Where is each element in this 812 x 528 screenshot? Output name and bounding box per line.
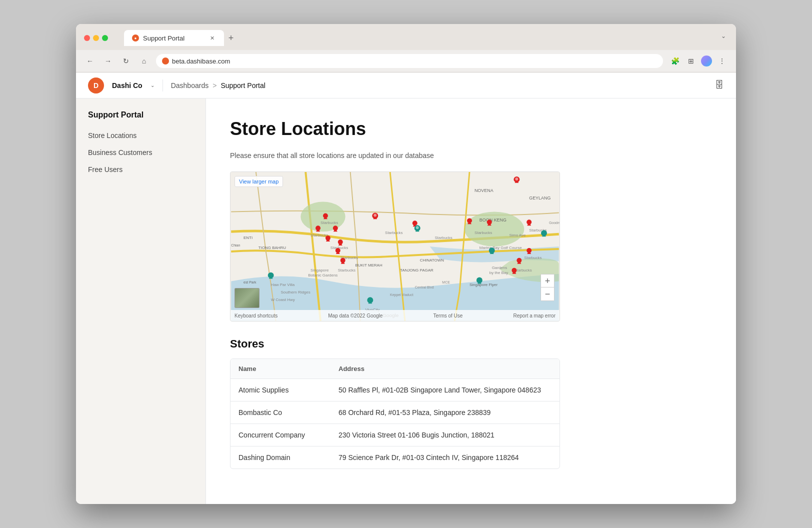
grid-button[interactable]: ⊞	[685, 55, 697, 67]
map-zoom-in-button[interactable]: +	[541, 274, 554, 288]
svg-point-2	[300, 202, 345, 232]
address-bar: ← → ↻ ⌂ beta.dashibase.com 🧩 ⊞ ⋮	[76, 50, 736, 72]
forward-button[interactable]: →	[102, 55, 114, 67]
breadcrumb-separator: >	[212, 82, 216, 90]
svg-point-59	[416, 226, 419, 229]
svg-text:TIONG BAHRU: TIONG BAHRU	[258, 246, 286, 250]
svg-text:Starbucks: Starbucks	[320, 220, 338, 225]
svg-point-1	[464, 212, 524, 246]
map-container: NOVENA GEYLANG BOON KENG Starbucks Starb…	[230, 172, 560, 322]
svg-text:Keppel Viaduct: Keppel Viaduct	[390, 293, 414, 297]
breadcrumb-current: Support Portal	[220, 82, 266, 90]
sidebar: Support Portal Store Locations Business …	[76, 98, 206, 504]
svg-text:TANJONG PAGAR: TANJONG PAGAR	[400, 268, 434, 272]
url-bar[interactable]: beta.dashibase.com	[156, 54, 663, 68]
map-thumbnail	[234, 288, 260, 308]
tab-favicon: ●	[132, 34, 139, 42]
tab-close-button[interactable]: ✕	[208, 34, 216, 42]
sidebar-title: Support Portal	[84, 110, 198, 120]
map-keyboard-shortcuts[interactable]: Keyboard shortcuts	[234, 313, 278, 318]
svg-text:Botanic Gardens: Botanic Gardens	[308, 273, 338, 278]
map-report-error[interactable]: Report a map error	[513, 313, 555, 318]
map-view[interactable]: NOVENA GEYLANG BOON KENG Starbucks Starb…	[230, 172, 560, 321]
svg-text:Starbucks: Starbucks	[310, 233, 328, 238]
store-name: Dashing Domain	[230, 446, 330, 468]
svg-text:ENTI: ENTI	[244, 236, 252, 240]
svg-text:Gardens: Gardens	[492, 266, 507, 270]
sidebar-item-label: Business Customers	[88, 148, 152, 156]
svg-text:Singapore: Singapore	[310, 268, 329, 272]
window-close-button[interactable]	[84, 35, 90, 41]
top-bar-right: 🗄	[715, 80, 724, 90]
title-bar: ● Support Portal ✕ + ⌄	[76, 24, 736, 50]
svg-text:MCE: MCE	[442, 281, 450, 284]
map-data-credit: Map data ©2022 Google	[328, 313, 382, 318]
svg-text:Southern Ridges: Southern Ridges	[281, 290, 310, 294]
breadcrumb-dashboards[interactable]: Dashboards	[171, 82, 209, 90]
svg-text:Singapore Flyer: Singapore Flyer	[470, 282, 498, 287]
company-dropdown-icon[interactable]: ⌄	[150, 82, 154, 88]
svg-text:by the Bay: by the Bay	[490, 270, 508, 275]
map-view-larger-link[interactable]: View larger map	[234, 176, 283, 187]
map-zoom-out-button[interactable]: −	[541, 288, 554, 300]
store-address: 68 Orchard Rd, #01-53 Plaza, Singapore 2…	[330, 402, 560, 424]
sidebar-item-free-users[interactable]: Free Users	[84, 162, 198, 178]
svg-text:Starbucks: Starbucks	[514, 268, 532, 272]
stores-section-title: Stores	[230, 338, 712, 350]
company-name: Dashi Co	[112, 82, 142, 90]
store-name: Concurrent Company	[230, 424, 330, 446]
separator	[162, 80, 163, 92]
map-footer: Keyboard shortcuts Map data ©2022 Google…	[230, 310, 560, 321]
profile-avatar[interactable]	[701, 56, 712, 66]
sidebar-item-store-locations[interactable]: Store Locations	[84, 128, 198, 144]
map-terms[interactable]: Terms of Use	[433, 313, 462, 318]
svg-text:GEYLANG: GEYLANG	[529, 196, 550, 200]
svg-text:Central Blvd: Central Blvd	[415, 286, 434, 289]
svg-text:NOVENA: NOVENA	[474, 188, 494, 193]
store-name: Bombastic Co	[230, 402, 330, 424]
svg-text:Chian: Chian	[231, 244, 240, 247]
browser-actions: 🧩 ⊞ ⋮	[669, 55, 728, 67]
more-button[interactable]: ⋮	[716, 55, 728, 67]
svg-text:Goodman Arts Cen: Goodman Arts Cen	[549, 221, 560, 224]
svg-text:BUKIT MERAH: BUKIT MERAH	[356, 263, 382, 268]
store-name: Atomic Supplies	[230, 379, 330, 401]
refresh-button[interactable]: ↻	[120, 55, 132, 67]
svg-text:Starbucks: Starbucks	[385, 230, 402, 235]
tab-chevron[interactable]: ⌄	[719, 30, 728, 42]
svg-text:BOON KENG: BOON KENG	[480, 218, 506, 222]
company-logo: D	[88, 78, 104, 94]
svg-point-43	[374, 214, 376, 216]
active-tab[interactable]: ● Support Portal ✕	[124, 30, 224, 46]
svg-text:W Coast Hwy: W Coast Hwy	[271, 298, 295, 302]
main-panel: Store Locations Please ensure that all s…	[206, 98, 736, 504]
stores-table: Name Address Atomic Supplies 50 Raffles …	[230, 358, 560, 469]
new-tab-button[interactable]: +	[224, 31, 238, 45]
extensions-button[interactable]: 🧩	[669, 55, 681, 67]
window-minimize-button[interactable]	[93, 35, 99, 41]
window-controls	[84, 35, 108, 41]
app-content: D Dashi Co ⌄ Dashboards > Support Portal…	[76, 72, 736, 504]
map-zoom-controls: + −	[540, 274, 554, 301]
home-button[interactable]: ⌂	[138, 55, 150, 67]
breadcrumb: Dashboards > Support Portal	[171, 82, 266, 90]
table-header: Name Address	[230, 359, 560, 379]
url-text: beta.dashibase.com	[172, 58, 230, 65]
store-address: 79 Science Park Dr, #01-03 Cintech IV, S…	[330, 446, 560, 468]
map-thumbnail-image	[235, 288, 259, 308]
table-row: Bombastic Co 68 Orchard Rd, #01-53 Plaza…	[230, 402, 560, 424]
url-favicon	[162, 58, 169, 64]
window-maximize-button[interactable]	[102, 35, 108, 41]
table-row: Atomic Supplies 50 Raffles Pl, #01-02B S…	[230, 379, 560, 402]
col-header-name: Name	[230, 359, 330, 378]
svg-text:Starbucks: Starbucks	[524, 256, 542, 260]
tab-title: Support Portal	[143, 34, 204, 42]
page-title: Store Locations	[230, 118, 712, 140]
svg-text:Starbucks: Starbucks	[434, 236, 452, 240]
back-button[interactable]: ←	[84, 55, 96, 67]
database-icon[interactable]: 🗄	[715, 80, 724, 90]
sidebar-item-business-customers[interactable]: Business Customers	[84, 144, 198, 160]
sidebar-item-label: Free Users	[88, 166, 122, 174]
svg-text:Starbucks: Starbucks	[474, 230, 492, 235]
main-layout: Support Portal Store Locations Business …	[76, 98, 736, 504]
